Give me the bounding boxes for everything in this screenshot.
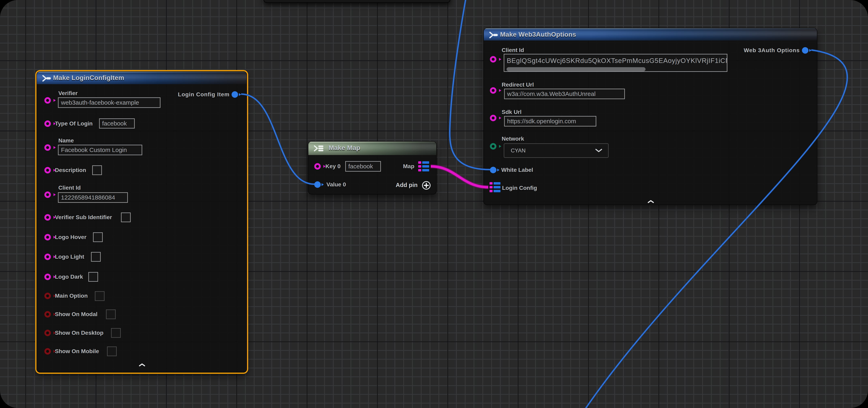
- pin-label: Client Id: [502, 47, 524, 54]
- pin-verifier[interactable]: [44, 97, 51, 104]
- offscreen-node-strip: [264, 0, 451, 3]
- output-pin-web3auth-options[interactable]: [802, 47, 808, 54]
- chevron-down-icon: [595, 148, 602, 152]
- verifier-input[interactable]: web3auth-facebook-example: [58, 97, 160, 108]
- collapse-node-chevron[interactable]: [139, 363, 145, 367]
- pin-type-of-login[interactable]: [44, 121, 51, 127]
- map-pin-key-swatch: [418, 161, 421, 164]
- pin-label: Value 0: [327, 181, 346, 188]
- node-title: Make Map: [329, 142, 360, 154]
- pin-label: Verifier Sub Identifier: [55, 214, 112, 221]
- pin-network[interactable]: [490, 143, 496, 149]
- pin-name[interactable]: [44, 144, 51, 151]
- map-pin-row: [418, 161, 430, 164]
- pin-label: Network: [502, 135, 524, 142]
- pin-label: Show On Modal: [55, 311, 97, 318]
- pin-main-option[interactable]: [44, 293, 51, 299]
- show-on-mobile-checkbox[interactable]: [107, 346, 117, 356]
- make-struct-icon: [42, 74, 51, 82]
- network-dropdown[interactable]: CYAN: [504, 143, 609, 158]
- output-pin-label: Web 3Auth Options: [744, 47, 800, 54]
- output-pin-label: Login Config Item: [178, 91, 229, 98]
- pin-description[interactable]: [44, 167, 51, 173]
- pin-show-on-desktop[interactable]: [44, 330, 51, 336]
- node-make-map[interactable]: Make Map Key 0 facebook Map Value 0 Add …: [308, 141, 437, 195]
- blueprint-graph-canvas[interactable]: Make LoginConfigItem Login Config Item V…: [0, 0, 868, 408]
- input-value: Facebook Custom Login: [61, 146, 127, 154]
- dropdown-value: CYAN: [511, 147, 526, 154]
- node-make-web3authoptions[interactable]: Make Web3AuthOptions Web 3Auth Options C…: [484, 28, 817, 205]
- map-pin-row: [490, 190, 501, 192]
- pin-label: Logo Hover: [55, 234, 87, 241]
- node-header[interactable]: Make LoginConfigItem: [37, 72, 247, 84]
- pin-label: Name: [58, 137, 74, 144]
- map-pin-key-swatch: [490, 182, 493, 184]
- pin-label: Logo Light: [55, 253, 84, 260]
- map-pin-value-swatch: [422, 161, 429, 164]
- client-id-scrollbar[interactable]: [506, 67, 646, 71]
- map-pin-row: [418, 169, 430, 171]
- node-title: Make Web3AuthOptions: [500, 28, 576, 40]
- map-pin-key-swatch: [490, 190, 493, 192]
- show-on-desktop-checkbox[interactable]: [111, 328, 121, 338]
- logo-dark-input[interactable]: [88, 272, 98, 282]
- map-pin-value-swatch: [494, 190, 500, 192]
- wire-loginconfig-to-value0: [241, 94, 314, 184]
- pin-client-id[interactable]: [490, 56, 496, 63]
- add-pin-button[interactable]: Add pin: [396, 181, 417, 189]
- client-id-input[interactable]: 1222658941886084: [58, 192, 128, 203]
- wire-loginconfig-to-value0-glow: [241, 94, 314, 184]
- pin-label: Type Of Login: [55, 120, 93, 127]
- node-header[interactable]: Make Web3AuthOptions: [484, 28, 817, 40]
- name-input[interactable]: Facebook Custom Login: [58, 145, 142, 155]
- pin-sdk-url[interactable]: [490, 115, 496, 121]
- collapse-node-chevron[interactable]: [648, 200, 654, 203]
- pin-label: Sdk Url: [502, 109, 522, 115]
- pin-label: Client Id: [58, 184, 81, 191]
- pin-label: Verifier: [58, 90, 78, 97]
- input-value: w3a://com.w3a.Web3AuthUnreal: [507, 91, 595, 97]
- pin-label: Main Option: [55, 293, 88, 299]
- input-value: 1222658941886084: [61, 194, 115, 201]
- map-pin-value-swatch: [422, 169, 429, 171]
- pin-logo-light[interactable]: [44, 253, 51, 260]
- logo-light-input[interactable]: [91, 252, 101, 262]
- node-title: Make LoginConfigItem: [53, 72, 124, 84]
- show-on-modal-checkbox[interactable]: [106, 309, 116, 319]
- make-struct-icon: [489, 31, 498, 39]
- verifier-sub-identifier-input[interactable]: [121, 212, 131, 222]
- pin-label: Login Config: [502, 184, 537, 192]
- pin-label: White Label: [501, 167, 533, 173]
- type-of-login-input[interactable]: facebook: [99, 118, 135, 129]
- input-value: https://sdk.openlogin.com: [507, 118, 576, 125]
- add-pin-icon[interactable]: [422, 180, 431, 190]
- pin-logo-dark[interactable]: [44, 274, 51, 280]
- map-pin-row: [490, 186, 501, 189]
- pin-white-label[interactable]: [490, 167, 496, 173]
- description-input[interactable]: [92, 165, 102, 175]
- pin-key-0[interactable]: [314, 163, 321, 170]
- pin-label: Logo Dark: [55, 273, 83, 280]
- key-0-input[interactable]: facebook: [345, 161, 381, 172]
- pin-value-0[interactable]: [314, 181, 321, 188]
- pin-client-id[interactable]: [44, 192, 51, 198]
- pin-show-on-mobile[interactable]: [44, 348, 51, 354]
- main-option-checkbox[interactable]: [95, 291, 104, 301]
- node-make-loginconfigitem[interactable]: Make LoginConfigItem Login Config Item V…: [36, 71, 247, 373]
- map-pin-key-swatch: [490, 186, 493, 189]
- sdk-url-input[interactable]: https://sdk.openlogin.com: [504, 116, 596, 127]
- output-pin-map[interactable]: [418, 161, 430, 171]
- logo-hover-input[interactable]: [93, 232, 103, 242]
- pin-login-config[interactable]: [490, 182, 501, 192]
- redirect-url-input[interactable]: w3a://com.w3a.Web3AuthUnreal: [504, 89, 625, 99]
- pin-label: Show On Mobile: [55, 348, 99, 355]
- pin-verifier-sub-identifier[interactable]: [44, 214, 51, 220]
- node-header[interactable]: Make Map: [308, 142, 436, 155]
- pin-redirect-url[interactable]: [490, 87, 496, 94]
- pin-logo-hover[interactable]: [44, 234, 51, 240]
- pin-label: Redirect Url: [502, 81, 534, 88]
- wire-map-to-loginconfig-glow: [431, 166, 488, 187]
- output-pin-login-config-item[interactable]: [231, 91, 238, 98]
- input-value: facebook: [348, 163, 373, 170]
- pin-show-on-modal[interactable]: [44, 311, 51, 317]
